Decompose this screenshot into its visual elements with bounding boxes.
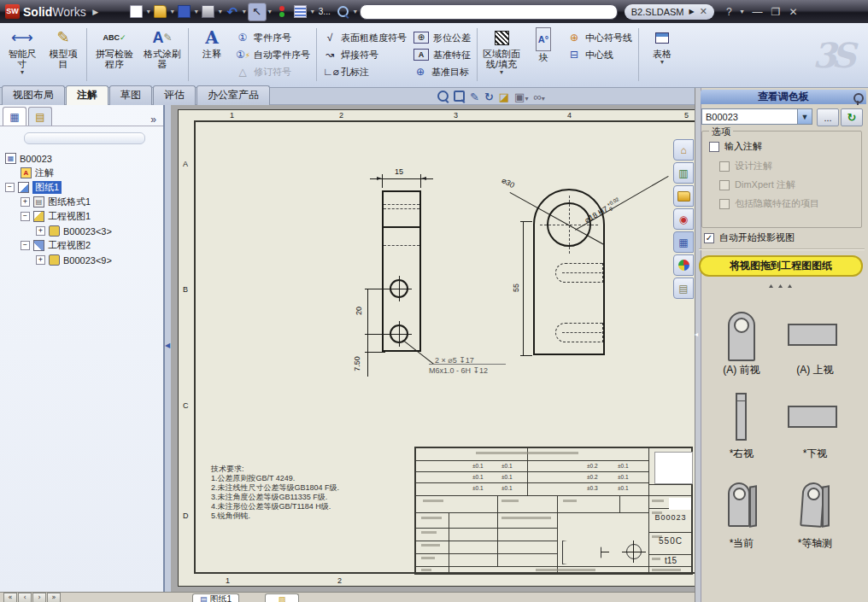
undo-caret-icon[interactable]: ▾ bbox=[243, 8, 246, 15]
save-icon[interactable] bbox=[176, 3, 193, 20]
rotate-view-icon[interactable]: ↻ bbox=[484, 91, 494, 103]
close-icon[interactable]: ✕ bbox=[789, 6, 797, 18]
weld-symbol-button[interactable]: ↝ 焊接符号 bbox=[320, 46, 410, 63]
pan-icon[interactable]: ✎ bbox=[470, 91, 479, 103]
import-annotations-row[interactable]: 输入注解 bbox=[709, 140, 762, 153]
dimension-55[interactable]: 55 bbox=[512, 283, 520, 292]
tree-item-root[interactable]: ▦ B00023 bbox=[2, 151, 161, 166]
tree-item-view1-part[interactable]: + B00023<3> bbox=[2, 224, 161, 238]
search-input[interactable] bbox=[360, 4, 618, 20]
expand-icon[interactable]: + bbox=[36, 255, 45, 265]
next-sheet-icon[interactable]: › bbox=[32, 593, 46, 602]
graphics-area[interactable]: 1 2 3 4 5 1 2 A B C D 15 20 bbox=[171, 105, 695, 592]
prev-sheet-icon[interactable]: ‹ bbox=[18, 593, 32, 602]
first-sheet-icon[interactable]: « bbox=[3, 593, 17, 602]
zoom-fit-icon[interactable] bbox=[437, 91, 449, 103]
design-library-icon[interactable]: ▥ bbox=[673, 162, 694, 184]
format-painter-button[interactable]: A✎ 格式涂刷器 bbox=[139, 26, 185, 71]
drawing-sheet[interactable]: 1 2 3 4 5 1 2 A B C D 15 20 bbox=[178, 109, 695, 587]
undo-icon[interactable]: ↶ bbox=[224, 3, 241, 20]
select-arrow-icon[interactable]: ↖ bbox=[248, 3, 267, 21]
search-results-icon[interactable]: ◉ bbox=[673, 208, 694, 230]
auto-start-row[interactable]: ✓ 自动开始投影视图 bbox=[704, 231, 795, 244]
tree-item-sheet1[interactable]: − 图纸1 bbox=[2, 180, 161, 195]
front-view-thumb[interactable] bbox=[728, 312, 755, 361]
dimxpert-checkbox[interactable] bbox=[719, 180, 730, 190]
save-caret-icon[interactable]: ▾ bbox=[195, 8, 198, 15]
help-icon[interactable]: ? bbox=[726, 6, 732, 18]
view-palette-icon[interactable]: ▦ bbox=[673, 231, 694, 253]
revision-symbol-button[interactable]: △ 修订符号 bbox=[232, 63, 314, 80]
spell-checker-button[interactable]: ABC✓ 拼写检验程序 bbox=[90, 26, 139, 71]
document-combo[interactable]: B00023 ▼ bbox=[701, 108, 812, 125]
note-button[interactable]: A 注释 bbox=[191, 26, 232, 61]
block-button[interactable]: A° 块 bbox=[523, 26, 564, 64]
tree-item-sheet-format[interactable]: + ▤ 图纸格式1 bbox=[2, 195, 161, 209]
top-view-thumb[interactable] bbox=[788, 324, 837, 346]
model-items-button[interactable]: ✎ 模型项目 bbox=[43, 26, 84, 71]
options-caret-icon[interactable]: ▾ bbox=[311, 8, 314, 15]
auto-start-checkbox[interactable]: ✓ bbox=[704, 233, 714, 243]
dimension-15[interactable]: 15 bbox=[395, 167, 403, 176]
panel-splitter[interactable]: ◀ bbox=[165, 105, 171, 592]
display-style-icon[interactable]: ▣▾ bbox=[514, 91, 528, 103]
datum-feature-button[interactable]: A 基准特征 bbox=[410, 46, 474, 63]
print-icon[interactable] bbox=[200, 3, 217, 20]
current-view-thumb[interactable] bbox=[728, 481, 765, 529]
select-caret-icon[interactable]: ▾ bbox=[268, 8, 272, 15]
zoom-to-area-icon[interactable] bbox=[454, 91, 465, 103]
tree-item-view1[interactable]: − 工程视图1 bbox=[2, 209, 161, 224]
balloon-button[interactable]: ① 零件序号 bbox=[232, 29, 314, 46]
isometric-view-thumb[interactable] bbox=[798, 481, 836, 529]
restore-icon[interactable]: ❐ bbox=[771, 6, 781, 18]
centerline-button[interactable]: ⊟ 中心线 bbox=[564, 46, 636, 63]
tables-button[interactable]: 表格 ▾ bbox=[642, 26, 683, 67]
tables-caret-icon[interactable]: ▾ bbox=[660, 59, 664, 66]
collapse-icon[interactable]: − bbox=[21, 241, 30, 250]
add-sheet-tab[interactable]: ▨ bbox=[265, 593, 299, 602]
smart-dimension-button[interactable]: ⟷ 智能尺寸 ▾ bbox=[2, 26, 43, 78]
pin-icon[interactable] bbox=[853, 93, 864, 103]
document-tab-close-icon[interactable]: ✕ bbox=[700, 6, 707, 17]
tab-view-layout[interactable]: 视图布局 bbox=[2, 85, 65, 105]
expand-panel-icon[interactable]: » bbox=[150, 114, 156, 126]
tree-item-annotations[interactable]: A 注解 bbox=[2, 166, 161, 180]
combo-dropdown-icon[interactable]: ▼ bbox=[797, 109, 812, 124]
dimension-7-50[interactable]: 7.50 bbox=[353, 356, 361, 371]
tree-item-view2[interactable]: − 工程视图2 bbox=[2, 238, 161, 253]
area-hatch-caret-icon[interactable]: ▾ bbox=[500, 69, 503, 76]
rebuild-traffic-light-icon[interactable] bbox=[273, 3, 290, 20]
help-caret-icon[interactable]: ▾ bbox=[741, 8, 744, 15]
tab-sketch[interactable]: 草图 bbox=[109, 85, 152, 105]
center-mark-button[interactable]: ⊕ 中心符号线 bbox=[564, 29, 636, 46]
hole-callout-line1[interactable]: 2 × ⌀5 ↧17 bbox=[435, 356, 474, 365]
open-icon[interactable] bbox=[152, 3, 169, 20]
smart-dimension-caret-icon[interactable]: ▾ bbox=[21, 69, 24, 76]
dimension-20[interactable]: 20 bbox=[355, 307, 363, 315]
document-tab-expand-icon[interactable]: ▶ bbox=[689, 8, 695, 15]
new-document-icon[interactable] bbox=[128, 3, 145, 20]
custom-properties-icon[interactable]: ▤ bbox=[673, 278, 694, 299]
sheet1-tab[interactable]: ▤ 图纸1 bbox=[192, 593, 239, 602]
surface-finish-button[interactable]: √ 表面粗糙度符号 bbox=[320, 29, 410, 46]
include-hidden-checkbox[interactable] bbox=[719, 199, 730, 209]
hole-callout-line2[interactable]: M6x1.0 - 6H ↧12 bbox=[429, 366, 488, 375]
open-caret-icon[interactable]: ▾ bbox=[171, 8, 174, 15]
browse-button[interactable]: ... bbox=[817, 108, 839, 126]
menu-expand-icon[interactable]: ▶ bbox=[87, 3, 104, 20]
tab-office-products[interactable]: 办公室产品 bbox=[196, 85, 270, 105]
datum-target-button[interactable]: ⊕ 基准目标 bbox=[410, 63, 474, 80]
bottom-view-thumb[interactable] bbox=[788, 406, 837, 428]
auto-balloon-button[interactable]: ①⚡ 自动零件序号 bbox=[232, 46, 314, 63]
palette-collapse-icon[interactable]: ◂ bbox=[695, 330, 698, 338]
appearance-icon[interactable]: ◪ bbox=[499, 91, 509, 103]
refresh-button[interactable]: ↻ bbox=[841, 108, 863, 126]
expand-icon[interactable]: + bbox=[21, 197, 30, 207]
options-list-icon[interactable] bbox=[292, 3, 309, 20]
import-annotations-checkbox[interactable] bbox=[709, 142, 719, 152]
area-hatch-button[interactable]: 区域剖面线/填充 ▾ bbox=[480, 26, 523, 78]
hole-callout-button[interactable]: ∟⌀ 孔标注 bbox=[320, 63, 410, 80]
file-explorer-icon[interactable] bbox=[673, 185, 694, 207]
design-annotations-checkbox[interactable] bbox=[719, 161, 730, 172]
splitter-collapse-icon[interactable]: ◀ bbox=[165, 342, 170, 349]
